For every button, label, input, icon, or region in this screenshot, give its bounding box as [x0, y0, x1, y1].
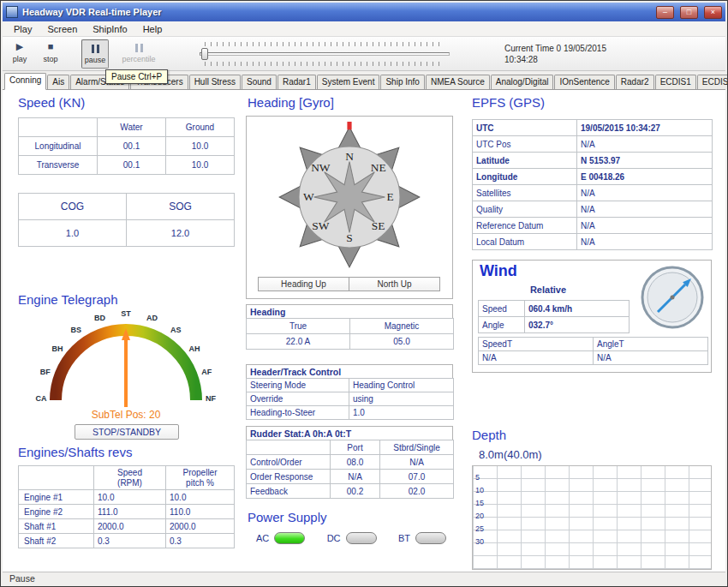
rudder-body-port: 00.2 [331, 484, 380, 499]
engines-body-pitch: 110.0 [166, 505, 235, 519]
engines-col-speed: Speed (RPM) [94, 466, 166, 490]
gyro-compass: NNEESESSWWNW [274, 122, 425, 273]
tab-conning[interactable]: Conning [4, 73, 46, 90]
table-row: Order ResponseN/A07.0 [247, 470, 454, 484]
window-title: Headway VDR Real-time Player [22, 7, 650, 17]
menu-shipinfo[interactable]: ShipInfo [85, 23, 134, 35]
wind-speed-label: Speed [479, 301, 525, 317]
table-row: Feedback00.202.0 [247, 484, 454, 499]
power-indicators: ACDCBT [248, 532, 455, 544]
speed-body-ground: 10.0 [166, 137, 235, 156]
app-icon [6, 6, 18, 18]
slider-ticks-top [205, 42, 445, 46]
engines-panel-title: Engines/Shafts revs [18, 445, 132, 459]
speed-summary-table: COG SOG 1.0 12.0 [18, 193, 235, 247]
tab-ecdis1[interactable]: ECDIS1 [655, 75, 696, 89]
telegraph-scale-ca: CA [36, 394, 47, 403]
menu-screen[interactable]: Screen [39, 23, 85, 35]
tab-analog-digital[interactable]: Analog/Digital [491, 75, 554, 89]
engines-body-speed: 111.0 [94, 505, 166, 519]
play-button[interactable]: ▶ play [6, 39, 33, 69]
rudder-col-blank [247, 440, 331, 455]
table-row: Shaft #20.30.3 [19, 534, 235, 548]
tab-ship-info[interactable]: Ship Info [380, 75, 424, 89]
current-time: Current Time 0 19/05/2015 10:34:28 [504, 43, 606, 65]
engines-body-label: Shaft #1 [19, 519, 94, 534]
table-row: Heading-to-Steer1.0 [247, 406, 454, 420]
engines-body-label: Engine #2 [19, 505, 94, 519]
table-row: Steering ModeHeading Control [247, 379, 454, 392]
cog-header: COG [19, 194, 127, 220]
sog-header: SOG [127, 194, 235, 220]
depth-value: 8.0m(40.0m) [479, 448, 542, 461]
stop-button-label: stop [43, 55, 57, 63]
rudder-body-stbrd: N/A [380, 455, 454, 470]
speed-body-water: 00.1 [98, 156, 166, 175]
heading-magnetic-value: 05.0 [350, 334, 454, 350]
tab-radar2[interactable]: Radar2 [616, 75, 654, 89]
telegraph-scale-af: AF [201, 368, 212, 376]
close-button[interactable]: × [704, 6, 722, 19]
menu-help[interactable]: Help [135, 23, 170, 35]
table-row: Engine #2111.0110.0 [19, 505, 235, 519]
table-row: Longitudinal00.110.0 [19, 137, 235, 156]
track-body-value: using [349, 392, 454, 406]
gyro-panel-title: Heading [Gyro] [248, 95, 334, 110]
tab-radar1[interactable]: Radar1 [277, 75, 316, 89]
minimize-button[interactable]: – [656, 6, 674, 19]
engines-col-blank [19, 466, 94, 490]
tab-sound[interactable]: Sound [242, 75, 277, 89]
wind-values-table: Speed 060.4 km/h Angle 032.7° [478, 300, 630, 333]
play-icon: ▶ [6, 41, 33, 55]
power-item-dc: DC [327, 532, 377, 544]
tab-nmea-source[interactable]: NMEA Source [426, 75, 490, 89]
table-row: SatellitesN/A [473, 185, 713, 201]
menu-play[interactable]: Play [6, 23, 39, 35]
track-body-label: Steering Mode [247, 379, 349, 392]
conning-page: Speed (KN) Water Ground Longitudinal00.1… [3, 90, 725, 572]
stop-standby-button[interactable]: STOP/STANDBY [75, 424, 179, 440]
tab-ecdis2[interactable]: ECDIS2 [697, 75, 728, 89]
power-label-ac: AC [256, 533, 269, 543]
percentile-icon [114, 41, 164, 55]
gyro-compass-box: NNEESESSWWNW Heading Up North Up [246, 116, 453, 299]
maximize-button[interactable]: □ [680, 6, 698, 19]
tab-hull-stress[interactable]: Hull Stress [189, 75, 241, 89]
table-row: Shaft #12000.02000.0 [19, 519, 235, 534]
rudder-body-port: N/A [331, 470, 380, 484]
wind-anglet-value: N/A [594, 351, 708, 365]
pause-button[interactable]: pause [81, 39, 109, 69]
track-body-label: Override [247, 392, 349, 406]
rudder-col-port: Port [331, 440, 380, 455]
north-up-button[interactable]: North Up [349, 277, 440, 291]
engines-body-pitch: 10.0 [166, 490, 235, 505]
track-body-label: Heading-to-Steer [247, 406, 349, 420]
slider-ticks-bottom [205, 62, 445, 66]
rudder-body-label: Control/Order [247, 455, 331, 470]
toolbar: ▶ play ■ stop pause percentile Current T… [3, 37, 725, 71]
table-row: Reference DatumN/A [473, 218, 713, 234]
heading-true-value: 22.0 A [247, 334, 350, 350]
percentile-button-label: percentile [122, 55, 155, 63]
track-control-title: Header/Track Control [246, 364, 453, 379]
slider-thumb[interactable] [201, 48, 208, 60]
timeline-slider[interactable] [200, 42, 450, 66]
epfs-body-value: N/A [577, 234, 713, 250]
power-panel-title: Power Supply [248, 510, 327, 524]
speed-col-ground: Ground [166, 118, 235, 137]
stop-button[interactable]: ■ stop [37, 39, 64, 69]
power-lamp-ac [274, 532, 305, 544]
depth-scale-label: 20 [473, 512, 484, 524]
heading-up-button[interactable]: Heading Up [258, 277, 349, 291]
telegraph-scale-st: ST [121, 309, 131, 318]
tab-ionsentence[interactable]: IOnSentence [554, 75, 614, 89]
compass-heading-marker-icon [347, 122, 351, 129]
depth-chart: 51015202530 [472, 465, 712, 570]
speed-body-label: Transverse [19, 156, 98, 175]
track-body-value: 1.0 [349, 406, 454, 420]
tab-system-event[interactable]: System Event [317, 75, 380, 89]
power-label-dc: DC [327, 533, 341, 543]
table-row: QualityN/A [473, 201, 713, 218]
tab-ais[interactable]: Ais [47, 75, 69, 89]
slider-track[interactable] [200, 52, 450, 56]
